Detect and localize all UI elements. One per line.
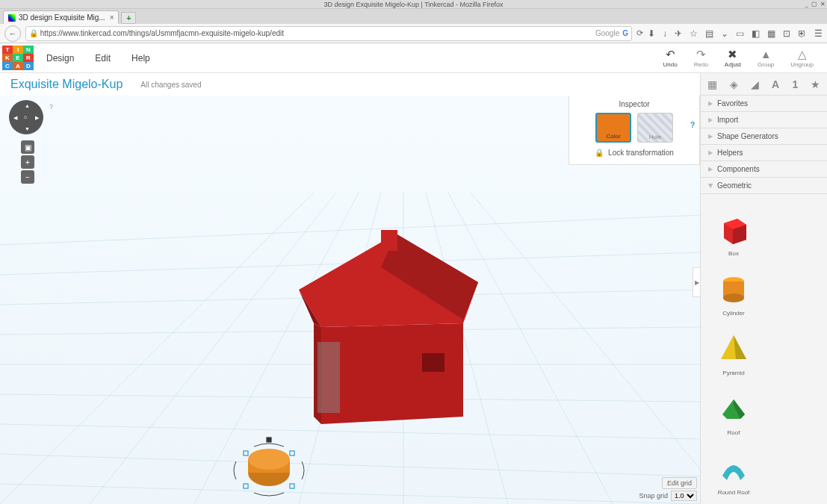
svg-line-0 <box>0 215 700 245</box>
menu-bar: Design Edit Help <box>36 43 161 73</box>
downloads-icon[interactable]: ↓ <box>663 28 667 39</box>
menu-help[interactable]: Help <box>121 43 161 73</box>
shape-round-roof[interactable]: Round Roof <box>702 436 765 496</box>
shape-icon <box>715 210 752 247</box>
inspector-panel: Inspector Color Hole ? 🔒 Lock transforma… <box>569 96 700 165</box>
sidebar-icon[interactable]: ◧ <box>752 28 760 39</box>
zoom-out-button[interactable]: − <box>21 170 34 184</box>
menu-design[interactable]: Design <box>36 43 84 73</box>
ruler-icon[interactable]: ◢ <box>751 78 759 90</box>
reader-icon[interactable]: ▭ <box>736 28 744 39</box>
tinkercad-logo[interactable]: TIN KER CAD <box>0 43 36 73</box>
star-icon[interactable]: ★ <box>811 78 820 90</box>
ungroup-button[interactable]: △Ungroup <box>790 49 814 68</box>
window-close-icon[interactable]: ✕ <box>820 0 826 9</box>
window-title: 3D design Exquisite Migelo-Kup | Tinkerc… <box>324 1 504 8</box>
undo-icon: ↶ <box>666 49 675 60</box>
shape-sphere[interactable]: Sphere <box>702 496 765 504</box>
zoom-in-button[interactable]: + <box>21 155 34 169</box>
shape-box[interactable]: Box <box>702 197 765 257</box>
section-components[interactable]: ▶Components <box>701 161 827 178</box>
snap-grid-controls: Edit grid Snap grid 1.0 <box>639 477 697 501</box>
app-header: TIN KER CAD Design Edit Help ↶Undo ↷Redo… <box>0 43 827 73</box>
cube-view-icon[interactable]: ◈ <box>730 78 738 90</box>
adjust-icon: ✖ <box>728 49 737 60</box>
section-shape-generators[interactable]: ▶Shape Generators <box>701 128 827 145</box>
send-icon[interactable]: ✈ <box>675 28 682 39</box>
zoom-controls: ▣ + − <box>21 140 34 184</box>
undo-button[interactable]: ↶Undo <box>663 49 678 68</box>
shape-icon <box>715 389 752 426</box>
shape-label: Roof <box>728 429 740 436</box>
os-titlebar: 3D design Exquisite Migelo-Kup | Tinkerc… <box>0 0 827 9</box>
shape-label: Box <box>728 250 739 257</box>
shape-cylinder[interactable]: Cylinder <box>702 257 765 317</box>
section-import[interactable]: ▶Import <box>701 112 827 128</box>
lock-transformation-button[interactable]: 🔒 Lock transformation <box>575 149 693 157</box>
svg-point-27 <box>248 449 290 470</box>
workplane-icon[interactable]: ▦ <box>707 78 717 90</box>
redo-button[interactable]: ↷Redo <box>694 49 708 68</box>
extension-icon[interactable]: ▦ <box>767 28 775 39</box>
url-bar[interactable]: 🔒 https://www.tinkercad.com/things/aUsmm… <box>25 26 632 41</box>
help-icon[interactable]: ? <box>49 103 53 111</box>
inspector-color-swatch[interactable]: Color <box>595 113 631 143</box>
ungroup-icon: △ <box>798 49 807 60</box>
svg-line-7 <box>0 454 700 476</box>
inspector-help-icon[interactable]: ? <box>690 121 695 129</box>
svg-rect-24 <box>318 342 340 413</box>
text-tool-icon[interactable]: A <box>772 78 779 90</box>
menu-edit[interactable]: Edit <box>84 43 121 73</box>
number-tool-icon[interactable]: 1 <box>792 78 798 90</box>
shape-roof[interactable]: Roof <box>702 376 765 436</box>
reload-icon[interactable]: ⟳ <box>636 28 643 38</box>
svg-marker-17 <box>321 323 463 424</box>
group-button[interactable]: ▲Group <box>758 49 774 68</box>
pocket-icon[interactable]: ⌄ <box>721 28 728 39</box>
browser-tab[interactable]: 3D design Exquisite Mig... × <box>3 10 119 24</box>
project-title[interactable]: Exquisite Migelo-Kup <box>10 78 123 91</box>
svg-rect-28 <box>244 451 248 455</box>
tab-favicon-icon <box>8 14 16 22</box>
hamburger-icon[interactable]: ☰ <box>814 28 823 39</box>
edit-grid-button[interactable]: Edit grid <box>662 477 697 489</box>
section-helpers[interactable]: ▶Helpers <box>701 145 827 161</box>
sidebar-collapse-handle[interactable]: ▶ <box>693 267 700 297</box>
svg-rect-23 <box>422 353 445 372</box>
shield-icon[interactable]: ⛨ <box>798 28 807 39</box>
snap-grid-select[interactable]: 1.0 <box>671 491 697 501</box>
inspector-hole-swatch[interactable]: Hole <box>637 113 673 143</box>
tab-title: 3D design Exquisite Mig... <box>19 13 105 22</box>
adjust-button[interactable]: ✖Adjust <box>725 49 741 68</box>
window-minimize-icon[interactable]: _ <box>805 0 808 9</box>
library-icon[interactable]: ▤ <box>705 28 713 39</box>
svg-line-15 <box>448 193 613 504</box>
group-icon: ▲ <box>761 49 772 60</box>
window-maximize-icon[interactable]: ▢ <box>811 0 817 9</box>
svg-rect-31 <box>290 484 294 488</box>
tab-close-icon[interactable]: × <box>110 13 114 22</box>
home-icon[interactable]: ⌂ <box>24 114 27 119</box>
shapes-sidebar: ▦ ◈ ◢ A 1 ★ ▶Favorites ▶Import ▶Shape Ge… <box>700 73 827 504</box>
puzzle-icon[interactable]: ⊡ <box>783 28 790 39</box>
shape-pyramid[interactable]: Pyramid <box>702 317 765 376</box>
bookmark-icon[interactable]: ☆ <box>690 28 698 39</box>
section-favorites[interactable]: ▶Favorites <box>701 96 827 112</box>
shape-gallery: BoxCylinderPyramidRoofRound RoofSphereWe… <box>701 194 827 504</box>
shape-icon <box>715 449 752 486</box>
house-model <box>299 230 478 424</box>
search-engine-label: Google <box>595 29 619 37</box>
shape-icon <box>715 270 752 307</box>
snap-grid-label: Snap grid <box>639 492 668 500</box>
viewcube[interactable]: ⌂ ◀ ▶ ▲ ▼ <box>9 100 43 134</box>
canvas[interactable]: ⌂ ◀ ▶ ▲ ▼ ? ▣ + − Inspector Color Hole ?… <box>0 96 700 504</box>
fit-view-button[interactable]: ▣ <box>21 140 34 154</box>
svg-rect-22 <box>381 230 397 251</box>
new-tab-button[interactable]: + <box>121 12 136 24</box>
shape-label: Round Roof <box>718 489 750 496</box>
shape-label: Cylinder <box>722 310 744 317</box>
nav-back-button[interactable]: ← <box>4 25 21 42</box>
toolbar-icon[interactable]: ⬇ <box>648 28 655 39</box>
section-geometric[interactable]: ▶Geometric <box>701 178 827 194</box>
browser-toolbar: ← 🔒 https://www.tinkercad.com/things/aUs… <box>0 24 827 43</box>
